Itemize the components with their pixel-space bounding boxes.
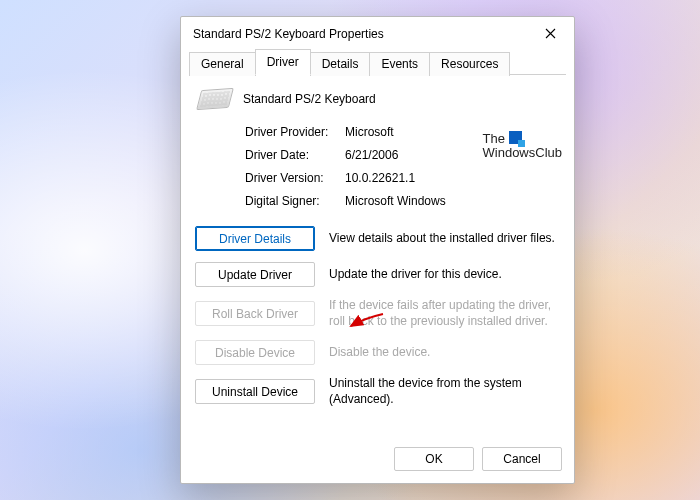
driver-details-desc: View details about the installed driver …: [329, 231, 560, 247]
properties-dialog: Standard PS/2 Keyboard Properties Genera…: [180, 16, 575, 484]
tab-details[interactable]: Details: [310, 52, 371, 76]
tab-resources[interactable]: Resources: [429, 52, 510, 76]
disable-device-button: Disable Device: [195, 340, 315, 365]
uninstall-device-desc: Uninstall the device from the system (Ad…: [329, 376, 560, 407]
uninstall-device-button[interactable]: Uninstall Device: [195, 379, 315, 404]
close-icon: [545, 27, 556, 41]
dialog-footer: OK Cancel: [181, 437, 574, 483]
update-driver-button[interactable]: Update Driver: [195, 262, 315, 287]
driver-provider-label: Driver Provider:: [245, 125, 345, 139]
keyboard-icon: [196, 88, 234, 110]
tab-events[interactable]: Events: [369, 52, 430, 76]
device-header: Standard PS/2 Keyboard: [195, 89, 560, 109]
driver-date-value: 6/21/2006: [345, 148, 560, 162]
device-name: Standard PS/2 Keyboard: [243, 92, 376, 106]
ok-button[interactable]: OK: [394, 447, 474, 471]
driver-date-label: Driver Date:: [245, 148, 345, 162]
action-row-rollback: Roll Back Driver If the device fails aft…: [195, 298, 560, 329]
action-row-update: Update Driver Update the driver for this…: [195, 262, 560, 287]
action-row-uninstall: Uninstall Device Uninstall the device fr…: [195, 376, 560, 407]
cancel-button[interactable]: Cancel: [482, 447, 562, 471]
tab-driver[interactable]: Driver: [255, 49, 311, 75]
roll-back-driver-desc: If the device fails after updating the d…: [329, 298, 560, 329]
driver-tab-panel: Standard PS/2 Keyboard Driver Provider: …: [181, 75, 574, 437]
driver-info: Driver Provider: Microsoft Driver Date: …: [245, 125, 560, 208]
close-button[interactable]: [536, 23, 564, 45]
driver-version-value: 10.0.22621.1: [345, 171, 560, 185]
window-title: Standard PS/2 Keyboard Properties: [193, 27, 384, 41]
driver-version-label: Driver Version:: [245, 171, 345, 185]
driver-actions: Driver Details View details about the in…: [195, 226, 560, 407]
tab-general[interactable]: General: [189, 52, 256, 76]
roll-back-driver-button: Roll Back Driver: [195, 301, 315, 326]
digital-signer-value: Microsoft Windows: [345, 194, 560, 208]
disable-device-desc: Disable the device.: [329, 345, 560, 361]
action-row-disable: Disable Device Disable the device.: [195, 340, 560, 365]
tab-strip: General Driver Details Events Resources: [181, 49, 574, 75]
titlebar: Standard PS/2 Keyboard Properties: [181, 17, 574, 47]
action-row-details: Driver Details View details about the in…: [195, 226, 560, 251]
digital-signer-label: Digital Signer:: [245, 194, 345, 208]
driver-provider-value: Microsoft: [345, 125, 560, 139]
update-driver-desc: Update the driver for this device.: [329, 267, 560, 283]
driver-details-button[interactable]: Driver Details: [195, 226, 315, 251]
